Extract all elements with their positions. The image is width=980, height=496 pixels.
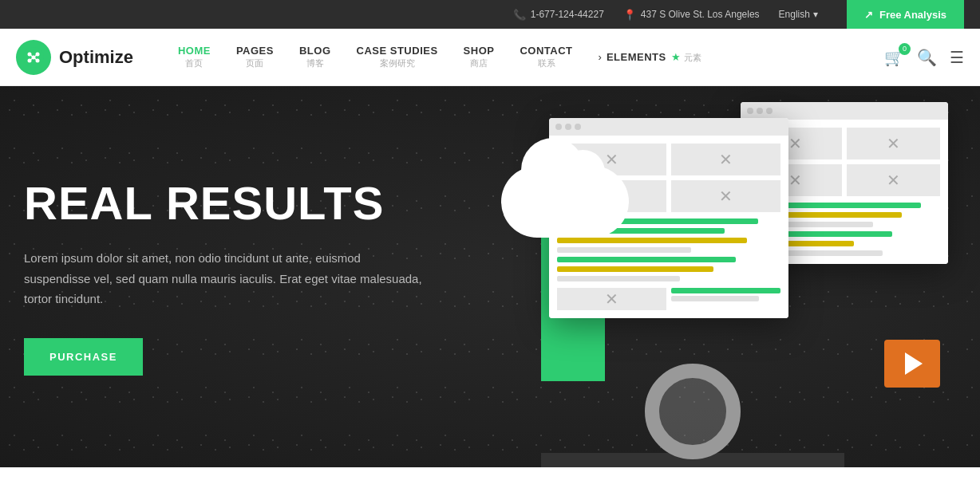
chevron-down-icon: ▾ [813,9,818,20]
hero-section: REAL RESULTS Lorem ipsum dolor sit amet,… [0,86,980,467]
menu-button[interactable]: ☰ [950,48,964,67]
free-analysis-label: Free Analysis [879,9,946,21]
hamburger-icon: ☰ [950,48,964,67]
nav-item-shop[interactable]: SHOP 商店 [451,45,508,69]
hero-title: REAL RESULTS [24,178,423,229]
nav-home-en: HOME [178,45,211,57]
content-line-yellow-1 [557,238,747,243]
nav-contact-zh: 联系 [538,57,555,69]
phone-info: 📞 1-677-124-44227 [513,9,604,21]
navbar: Optimize HOME 首页 PAGES 页面 BLOG 博客 CASE S… [0,29,980,86]
topbar: 📞 1-677-124-44227 📍 437 S Olive St. Los … [0,0,980,29]
star-icon: ★ [671,51,681,63]
logo[interactable]: Optimize [16,40,133,75]
mockup-box-2: ✕ [671,144,780,175]
nav-item-blog[interactable]: BLOG 博客 [286,45,344,69]
trend-icon: ↗ [864,9,873,21]
language-label: English [779,9,810,20]
nav-elements-zh: 元素 [684,52,701,64]
nav-shop-en: SHOP [464,45,495,57]
content-line-gray-1 [557,247,691,253]
language-selector[interactable]: English ▾ [779,9,818,20]
sec-dot-3 [766,108,773,114]
content-line-green-3 [557,257,736,262]
address-info: 📍 437 S Olive St. Los Angeles [623,9,760,21]
browser-dot-3 [575,124,581,130]
nav-item-elements[interactable]: › ELEMENTS ★ 元素 [586,50,714,64]
nav-blog-en: BLOG [299,45,331,57]
nav-links: HOME 首页 PAGES 页面 BLOG 博客 CASE STUDIES 案例… [165,45,884,69]
cart-badge: 0 [899,43,911,55]
address-text: 437 S Olive St. Los Angeles [641,9,760,20]
logo-text: Optimize [59,47,133,68]
nav-elements-en: ELEMENTS [607,51,666,63]
mockup-box-4: ✕ [671,180,780,212]
free-analysis-button[interactable]: ↗ Free Analysis [847,0,964,29]
nav-item-case-studies[interactable]: CASE STUDIES 案例研究 [344,45,451,69]
nav-case-zh: 案例研究 [380,57,415,69]
browser-dot-1 [555,124,562,130]
nav-right: 🛒 0 🔍 ☰ [884,48,964,67]
nav-blog-zh: 博客 [306,57,324,69]
logo-icon [16,40,51,75]
sec-dot-2 [757,108,763,114]
cart-button[interactable]: 🛒 0 [884,48,904,67]
play-icon [905,352,923,375]
sm-line-1 [671,288,780,293]
nav-contact-en: CONTACT [520,45,572,57]
search-button[interactable]: 🔍 [917,48,937,67]
cloud-shape [501,166,629,238]
sec-dot-1 [747,108,753,114]
browser-titlebar-secondary [741,102,948,120]
location-icon: 📍 [623,9,636,21]
magnifier-illustration [645,364,741,459]
mockup-lines-sm [671,288,780,310]
nav-pages-en: PAGES [236,45,274,57]
hero-description: Lorem ipsum dolor sit amet, non odio tin… [24,248,423,309]
elements-group: › ELEMENTS ★ [599,51,681,63]
mockup-box-sm-1: ✕ [557,288,666,310]
nav-pages-zh: 页面 [246,57,263,69]
nav-shop-zh: 商店 [470,57,488,69]
browser-dot-2 [565,124,571,130]
nav-case-en: CASE STUDIES [357,45,438,57]
play-button[interactable] [884,340,940,388]
magnifier-circle [645,364,741,459]
nav-home-zh: 首页 [185,57,203,69]
content-line-gray-2 [557,276,680,281]
nav-item-pages[interactable]: PAGES 页面 [223,45,286,69]
phone-number: 1-677-124-44227 [531,9,604,20]
browser-titlebar-main [549,118,788,136]
arrow-right-icon: › [599,51,602,63]
nav-item-contact[interactable]: CONTACT 联系 [507,45,585,69]
sec-box-2: ✕ [847,128,940,159]
sm-line-2 [671,296,759,301]
hero-illustration: ✕ ✕ ✕ ✕ ✕ [437,86,980,467]
sec-box-4: ✕ [847,164,940,196]
nav-item-home[interactable]: HOME 首页 [165,45,223,69]
search-icon: 🔍 [917,48,937,67]
cloud-illustration [501,166,629,238]
hero-content: REAL RESULTS Lorem ipsum dolor sit amet,… [0,130,447,423]
purchase-button[interactable]: PURCHASE [24,338,143,376]
phone-icon: 📞 [513,9,526,21]
content-line-yellow-2 [557,266,713,272]
